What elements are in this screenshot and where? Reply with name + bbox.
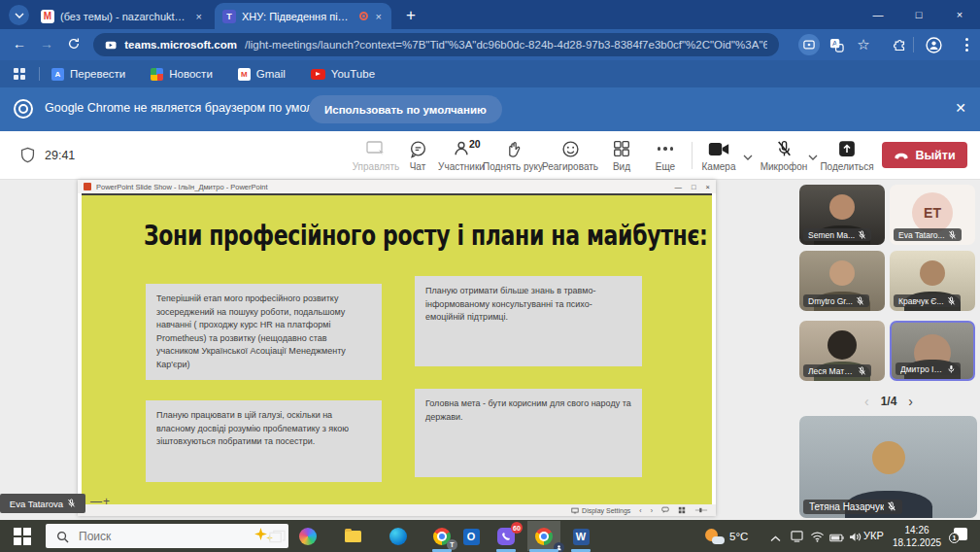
- windows-taskbar: T O 60 W 5°C: [0, 520, 980, 552]
- avatar-initials: ET: [912, 192, 953, 233]
- browser-tab-teams[interactable]: T ХНУ: Підведення підсумків ×: [215, 3, 391, 29]
- camera-button[interactable]: Камера: [693, 139, 744, 172]
- participants-button[interactable]: 20 Участники: [436, 139, 487, 172]
- start-button[interactable]: [0, 520, 45, 552]
- participant-tile[interactable]: Кравчук Є...: [890, 251, 975, 311]
- set-default-button[interactable]: Использовать по умолчанию: [309, 95, 502, 123]
- new-tab-button[interactable]: +: [399, 4, 422, 27]
- powerpoint-title: PowerPoint Slide Show - Ільїн_Дмитро - P…: [96, 183, 670, 191]
- toolbar-divider: [913, 37, 914, 52]
- participant-name-label: Dmytro Gr...: [803, 294, 869, 307]
- tab-sharing-icon[interactable]: [798, 34, 820, 55]
- next-slide-icon[interactable]: ›: [651, 507, 653, 514]
- ppt-close-button[interactable]: ×: [706, 183, 710, 191]
- battery-tray-icon[interactable]: [829, 529, 844, 546]
- leave-button[interactable]: Выйти: [882, 142, 967, 168]
- prev-slide-icon[interactable]: ‹: [639, 507, 641, 514]
- share-button[interactable]: Поделиться: [822, 139, 872, 172]
- wifi-tray-icon[interactable]: [810, 529, 825, 546]
- mic-chevron-icon[interactable]: [808, 147, 818, 164]
- mic-on-icon: [947, 364, 956, 374]
- notification-center-icon[interactable]: 1: [954, 528, 967, 540]
- banner-close-icon[interactable]: ✕: [955, 100, 966, 116]
- ppt-maximize-button[interactable]: □: [692, 183, 696, 191]
- mic-button[interactable]: Микрофон: [759, 139, 809, 172]
- participant-tile[interactable]: Dmytro Gr...: [799, 251, 885, 311]
- participant-tile[interactable]: Semen Ma...: [799, 185, 885, 245]
- chrome-logo-icon: [14, 99, 33, 119]
- weather-widget[interactable]: 5°C: [705, 520, 748, 552]
- participant-tile[interactable]: ET Eva Tataro...: [890, 185, 975, 245]
- tab-search-button[interactable]: [9, 5, 29, 25]
- display-settings-button[interactable]: Display Settings: [571, 507, 630, 514]
- window-minimize-button[interactable]: —: [858, 0, 898, 29]
- news-favicon-icon: [151, 68, 163, 81]
- viber-button[interactable]: 60: [494, 525, 518, 548]
- powerpoint-window: PowerPoint Slide Show - Ільїн_Дмитро - P…: [78, 180, 716, 516]
- participant-tile-large[interactable]: Тетяна Назарчук: [799, 416, 977, 518]
- bookmark-news[interactable]: Новости: [151, 68, 213, 81]
- mic-muted-icon: [858, 366, 866, 376]
- forward-button[interactable]: →: [37, 36, 56, 52]
- phone-hangup-icon: [894, 152, 909, 159]
- weather-icon: [705, 529, 725, 544]
- zoom-out-button[interactable]: —: [90, 495, 102, 508]
- word-button[interactable]: W: [569, 525, 592, 548]
- raise-hand-button[interactable]: Поднять руку: [482, 139, 544, 172]
- meeting-timer: 29:41: [45, 149, 75, 162]
- ppt-minimize-button[interactable]: —: [675, 183, 683, 191]
- mic-muted-icon: [67, 499, 76, 508]
- participant-tile-active-speaker[interactable]: Дмитро Іл...: [890, 321, 975, 381]
- profile-avatar-icon[interactable]: [923, 34, 944, 55]
- comment-icon[interactable]: [661, 506, 669, 514]
- browser-tab-gmail[interactable]: M (без темы) - nazarchukt@khmn ×: [33, 3, 212, 29]
- tray-expand-icon[interactable]: [770, 529, 781, 546]
- word-icon: W: [573, 529, 590, 545]
- cast-tray-icon[interactable]: [790, 529, 804, 546]
- language-indicator[interactable]: УКР: [863, 530, 884, 541]
- grid-view-icon[interactable]: [678, 506, 686, 515]
- window-close-button[interactable]: ×: [939, 0, 980, 29]
- chrome-profile-button[interactable]: [527, 521, 560, 551]
- avatar: [920, 260, 945, 286]
- powerpoint-titlebar: PowerPoint Slide Show - Ільїн_Дмитро - P…: [78, 180, 716, 193]
- bookmark-translate[interactable]: A Перевести: [51, 68, 125, 81]
- translate-favicon-icon: A: [51, 68, 64, 81]
- edge-button[interactable]: [387, 525, 410, 548]
- reload-button[interactable]: [64, 37, 84, 53]
- bookmark-star-icon[interactable]: ☆: [853, 34, 874, 55]
- tab-close-icon[interactable]: ×: [374, 11, 384, 22]
- bookmark-youtube[interactable]: YouTube: [311, 68, 375, 80]
- powerpoint-window-controls: — □ ×: [675, 183, 710, 191]
- zoom-in-button[interactable]: +: [103, 495, 110, 508]
- search-input[interactable]: [46, 524, 288, 548]
- tab-title: ХНУ: Підведення підсумків: [242, 11, 354, 22]
- window-maximize-button[interactable]: □: [898, 0, 939, 29]
- file-explorer-button[interactable]: [341, 525, 364, 548]
- url-bar[interactable]: teams.microsoft.com/light-meetings/launc…: [93, 33, 779, 56]
- participant-name-label: Дмитро Іл...: [896, 362, 961, 375]
- page-prev-icon[interactable]: ‹: [864, 394, 869, 409]
- react-button[interactable]: Реагировать: [539, 139, 601, 172]
- clock[interactable]: 14:26 18.12.2025: [886, 524, 948, 549]
- bookmark-gmail[interactable]: M Gmail: [238, 68, 286, 81]
- page-next-icon[interactable]: ›: [908, 394, 913, 409]
- volume-tray-icon[interactable]: [849, 529, 862, 546]
- more-button[interactable]: Еще: [640, 139, 691, 172]
- chrome-button[interactable]: T: [430, 525, 454, 548]
- menu-kebab-icon[interactable]: [956, 34, 977, 55]
- zoom-slider-icon[interactable]: [694, 507, 708, 514]
- outlook-button[interactable]: O: [459, 525, 483, 548]
- participant-tile[interactable]: Леся Матв...: [799, 321, 885, 381]
- extensions-icon[interactable]: [888, 34, 909, 55]
- task-view-button[interactable]: [265, 525, 288, 548]
- copilot-app-button[interactable]: [296, 525, 320, 548]
- tab-close-icon[interactable]: ×: [194, 11, 204, 22]
- apps-grid-icon[interactable]: [14, 68, 25, 80]
- bookmark-label: Перевести: [70, 68, 125, 80]
- participants-count-badge: 20: [469, 138, 481, 150]
- back-button[interactable]: ←: [10, 36, 29, 52]
- screen: M (без темы) - nazarchukt@khmn × T ХНУ: …: [0, 0, 980, 552]
- translate-icon[interactable]: A: [826, 34, 847, 55]
- camera-chevron-icon[interactable]: [743, 147, 753, 164]
